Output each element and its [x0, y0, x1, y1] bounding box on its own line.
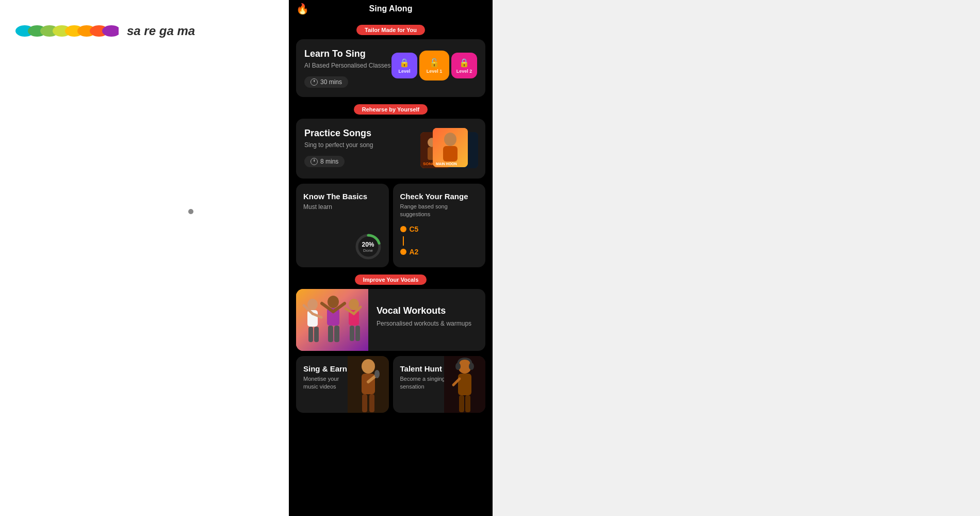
vocal-image: [296, 289, 368, 351]
level-label-1: Level 1: [427, 69, 443, 74]
improve-vocals-badge: Improve Your Vocals: [355, 275, 427, 285]
vocal-subtitle: Personalised workouts & warmups: [377, 319, 477, 328]
svg-text:MAIN HOON: MAIN HOON: [436, 162, 457, 166]
svg-rect-56: [459, 395, 464, 412]
vocal-text: Vocal Workouts Personalised workouts & w…: [368, 297, 485, 343]
basics-range-row: Know The Basics Must learn 20% Done Chec…: [296, 184, 485, 267]
song-thumbnails: SONG MAI: [420, 128, 477, 169]
right-panel: [493, 0, 980, 516]
svg-rect-54: [458, 374, 471, 395]
range-info: C5 A2: [400, 225, 479, 256]
progress-done-label: Done: [362, 248, 374, 252]
progress-percent: 20%: [362, 240, 374, 248]
high-note-dot: [400, 226, 406, 232]
lock-icon-0: 🔒: [399, 58, 410, 68]
sing-earn-svg: [348, 356, 389, 413]
range-subtitle: Range based song suggestions: [400, 203, 479, 219]
left-panel: sa re ga ma: [0, 0, 289, 516]
level-icon-2[interactable]: 🔒 Level 2: [451, 53, 477, 78]
level-icon-0[interactable]: 🔒 Level: [391, 53, 417, 78]
svg-rect-42: [355, 326, 360, 341]
practice-songs-card[interactable]: Practice Songs Sing to perfect your song…: [296, 119, 485, 179]
high-note-item: C5: [400, 225, 479, 233]
svg-point-44: [362, 359, 375, 374]
content-area[interactable]: Tailor Made for You Learn To Sing AI Bas…: [289, 18, 493, 513]
svg-point-52: [455, 363, 461, 370]
practice-clock-icon: [311, 158, 318, 165]
svg-rect-57: [465, 395, 470, 412]
low-note-dot: [400, 249, 406, 255]
svg-point-31: [328, 296, 339, 308]
high-note: C5: [410, 225, 419, 233]
tailor-made-badge: Tailor Made for You: [356, 25, 425, 35]
svg-rect-41: [350, 326, 354, 341]
levels-container: 🔒 Level 🔓 Level 1 🔒 Level 2: [391, 51, 477, 80]
logo-text: sa re ga ma: [127, 24, 195, 38]
sing-earn-card[interactable]: Sing & Earn Monetise your music videos: [296, 356, 389, 413]
vocal-workouts-card[interactable]: Vocal Workouts Personalised workouts & w…: [296, 289, 485, 351]
phone-screen: 🔥 Sing Along Tailor Made for You Learn T…: [289, 0, 493, 516]
low-note-item: A2: [400, 248, 479, 256]
clock-icon: [311, 78, 318, 86]
level-label-2: Level 2: [456, 69, 472, 74]
thumb-2-svg: MAIN HOON: [433, 128, 468, 167]
flame-icon: 🔥: [296, 3, 309, 15]
dot-marker: [188, 209, 193, 214]
song-thumb-2: MAIN HOON: [433, 128, 468, 167]
basics-subtitle: Must learn: [303, 203, 382, 212]
header-title: Sing Along: [369, 4, 413, 13]
svg-rect-48: [362, 394, 367, 412]
rehearse-badge: Rehearse by Yourself: [354, 104, 428, 115]
practice-text: Practice Songs Sing to perfect your song…: [304, 128, 420, 167]
logo[interactable]: sa re ga ma: [15, 15, 195, 46]
basics-title: Know The Basics: [303, 192, 382, 201]
progress-text-overlay: 20% Done: [362, 240, 374, 252]
learn-card-text: Learn To Sing AI Based Personalised Clas…: [304, 49, 391, 88]
svg-point-15: [444, 133, 456, 146]
know-basics-card[interactable]: Know The Basics Must learn 20% Done: [296, 184, 389, 267]
talent-hunt-svg: [444, 356, 485, 413]
learn-subtitle: AI Based Personalised Classes: [304, 61, 391, 70]
bottom-cards-row: Sing & Earn Monetise your music videos: [296, 356, 485, 413]
sing-earn-image: [348, 356, 389, 413]
rehearse-badge-container: Rehearse by Yourself: [296, 104, 485, 115]
practice-subtitle: Sing to perfect your song: [304, 141, 420, 150]
talent-hunt-image: [444, 356, 485, 413]
vocal-workout-svg: [296, 289, 368, 351]
svg-point-25: [307, 299, 318, 310]
logo-svg: [15, 15, 119, 46]
svg-rect-16: [443, 146, 458, 162]
svg-rect-49: [369, 394, 374, 412]
learn-title: Learn To Sing: [304, 49, 391, 59]
lock-icon-1: 🔓: [429, 58, 439, 68]
range-connector: [403, 236, 404, 246]
improve-vocals-badge-container: Improve Your Vocals: [296, 275, 485, 285]
range-title: Check Your Range: [400, 192, 479, 201]
check-range-card[interactable]: Check Your Range Range based song sugges…: [393, 184, 486, 267]
level-label-0: Level: [398, 69, 410, 74]
practice-duration: 8 mins: [304, 156, 345, 167]
svg-rect-36: [334, 326, 339, 342]
learn-duration: 30 mins: [304, 76, 348, 88]
talent-hunt-card[interactable]: Talent Hunt Become a singing sensation: [393, 356, 486, 413]
svg-rect-29: [308, 327, 313, 342]
learn-to-sing-card[interactable]: Learn To Sing AI Based Personalised Clas…: [296, 39, 485, 97]
practice-title: Practice Songs: [304, 128, 420, 139]
vocal-title: Vocal Workouts: [377, 305, 477, 316]
low-note: A2: [410, 248, 419, 256]
svg-point-47: [374, 370, 380, 378]
progress-circle: 20% Done: [354, 232, 383, 261]
level-icon-1[interactable]: 🔓 Level 1: [419, 51, 449, 80]
svg-rect-30: [314, 327, 319, 342]
lock-icon-2: 🔒: [459, 58, 469, 68]
tailor-made-badge-container: Tailor Made for You: [296, 25, 485, 35]
svg-rect-35: [328, 326, 333, 342]
svg-point-53: [469, 363, 474, 370]
top-bar: 🔥 Sing Along: [289, 0, 493, 18]
